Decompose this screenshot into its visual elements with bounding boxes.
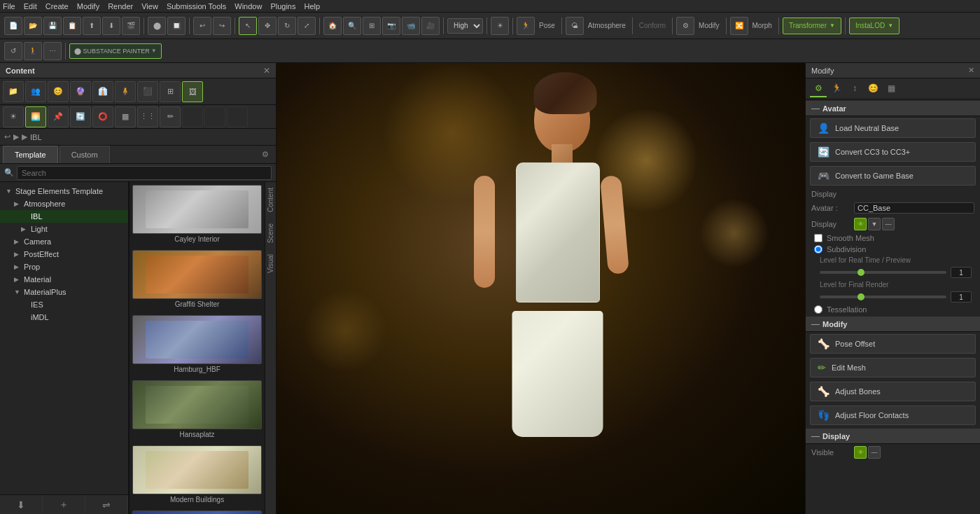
- ci2-blank1[interactable]: [182, 106, 203, 127]
- tab-template[interactable]: Template: [3, 146, 58, 163]
- grid-item-graffiti[interactable]: Graffiti Shelter: [130, 247, 265, 312]
- grid-item-modern[interactable]: Modern Buildings: [130, 443, 265, 508]
- rtab-face[interactable]: 😊: [864, 81, 881, 97]
- adjust-floor-btn[interactable]: 👣 Adjust Floor Contacts: [810, 405, 976, 425]
- open-btn[interactable]: 📂: [24, 17, 42, 35]
- ci2-edit[interactable]: ✏: [160, 106, 181, 127]
- search-input[interactable]: [17, 166, 272, 180]
- menu-modify[interactable]: Modify: [77, 2, 99, 11]
- new-btn[interactable]: 📄: [4, 17, 22, 35]
- rtab-modify[interactable]: ⚙: [810, 81, 827, 97]
- scale-btn[interactable]: ⤢: [298, 17, 316, 35]
- rtab-grid[interactable]: ▦: [883, 81, 899, 97]
- convert-cc3-btn[interactable]: 🔄 Convert CC3 to CC3+: [810, 142, 976, 162]
- realtime-val[interactable]: [951, 267, 972, 278]
- display-down-btn[interactable]: ▼: [868, 218, 881, 230]
- realtime-track[interactable]: [820, 271, 946, 274]
- ci2-blank2[interactable]: [204, 106, 225, 127]
- tree-item-camera[interactable]: ▶ Camera: [0, 235, 128, 248]
- finalrender-val[interactable]: [951, 291, 972, 303]
- menu-help[interactable]: Help: [304, 2, 320, 11]
- smooth-mesh-check[interactable]: [814, 234, 822, 242]
- ci-expand[interactable]: ⊞: [160, 81, 181, 102]
- content-close-btn[interactable]: ✕: [263, 66, 270, 76]
- edit-mesh-btn[interactable]: ✏ Edit Mesh: [810, 358, 976, 377]
- display-off-btn[interactable]: —: [882, 218, 895, 230]
- save-btn[interactable]: 💾: [43, 17, 62, 35]
- select-btn[interactable]: ↖: [239, 17, 257, 35]
- undo-btn[interactable]: ↩: [193, 17, 211, 35]
- visible-off-btn[interactable]: —: [868, 446, 881, 459]
- tree-item-light[interactable]: ▶ Light: [0, 223, 128, 235]
- display-section-header[interactable]: — Display: [806, 429, 980, 444]
- tb2-person[interactable]: 🚶: [24, 42, 42, 60]
- realtime-thumb[interactable]: [858, 269, 864, 276]
- adjust-bones-btn[interactable]: 🦴 Adjust Bones: [810, 382, 976, 401]
- ci2-grid[interactable]: ▦: [115, 106, 136, 127]
- rtab-run[interactable]: 🏃: [828, 81, 845, 97]
- avatar-section-header[interactable]: — Avatar: [806, 101, 980, 116]
- tb2-rotate[interactable]: ↺: [4, 42, 22, 60]
- ci-people[interactable]: 👥: [25, 81, 46, 102]
- load-neutral-base-btn[interactable]: 👤 Load Neutral Base: [810, 118, 976, 138]
- grid-item-cayley[interactable]: Cayley Interior: [130, 182, 265, 247]
- lb-arrow-btn[interactable]: ⇌: [85, 495, 128, 515]
- menu-edit[interactable]: Edit: [24, 2, 37, 11]
- tree-item-prop[interactable]: ▶ Prop: [0, 261, 128, 273]
- tree-item-ibl[interactable]: IBL: [0, 210, 128, 223]
- modify-icon[interactable]: ⚙: [676, 17, 694, 35]
- substance-painter-btn[interactable]: ⬤ SUBSTANCE PAINTER ▼: [69, 43, 162, 59]
- tab-custom[interactable]: Custom: [59, 146, 110, 163]
- atm-toggle[interactable]: 🌤: [566, 17, 584, 35]
- ci-folder[interactable]: 📁: [3, 81, 24, 102]
- mesh-btn[interactable]: 🔲: [167, 17, 186, 35]
- tree-item-material[interactable]: ▶ Material: [0, 273, 128, 286]
- tree-item-imdl[interactable]: iMDL: [0, 311, 128, 324]
- ci-image[interactable]: 🖼: [182, 81, 203, 102]
- cam2-btn[interactable]: 📹: [402, 17, 420, 35]
- right-panel-close[interactable]: ✕: [968, 66, 974, 75]
- modify-section-header[interactable]: — Modify: [806, 317, 980, 332]
- move-btn[interactable]: ✥: [258, 17, 276, 35]
- ci-sphere[interactable]: 🔮: [70, 81, 91, 102]
- ci2-blank3[interactable]: [227, 106, 248, 127]
- lb-add-btn[interactable]: ＋: [43, 495, 85, 515]
- tb2-dots[interactable]: ⋯: [43, 42, 62, 60]
- home-btn[interactable]: 🏠: [323, 17, 342, 35]
- export-btn[interactable]: ⬇: [102, 17, 120, 35]
- light-btn[interactable]: ☀: [491, 17, 509, 35]
- menu-render[interactable]: Render: [108, 2, 133, 11]
- menu-file[interactable]: File: [3, 2, 15, 11]
- circle-btn[interactable]: ⬤: [148, 17, 166, 35]
- ci2-pattern[interactable]: ⋮⋮: [137, 106, 158, 127]
- convert-game-base-btn[interactable]: 🎮 Convert to Game Base: [810, 166, 976, 186]
- rotate-btn[interactable]: ↻: [278, 17, 296, 35]
- cam1-btn[interactable]: 📷: [382, 17, 400, 35]
- display-eye-btn[interactable]: 👁: [854, 218, 867, 230]
- menu-view[interactable]: View: [141, 2, 158, 11]
- ci2-rotate[interactable]: 🔄: [70, 106, 91, 127]
- import-btn[interactable]: ⬆: [83, 17, 101, 35]
- grid-item-hamburg[interactable]: Hamburg_HBF: [130, 312, 265, 377]
- tree-item-posteffect[interactable]: ▶ PostEffect: [0, 248, 128, 261]
- rtab-arrow[interactable]: ↕: [846, 81, 863, 97]
- ci-items[interactable]: 👔: [92, 81, 113, 102]
- tessellation-radio[interactable]: [814, 305, 822, 314]
- morph-icon[interactable]: 🔀: [730, 17, 748, 35]
- ci2-pin[interactable]: 📌: [48, 106, 69, 127]
- ci-body[interactable]: 🧍: [115, 81, 136, 102]
- transformer-btn[interactable]: Transformer ▼: [783, 18, 841, 34]
- menu-submission[interactable]: Submission Tools: [167, 2, 226, 11]
- subdivision-radio[interactable]: [814, 245, 822, 253]
- finalrender-thumb[interactable]: [858, 293, 864, 300]
- menu-create[interactable]: Create: [46, 2, 69, 11]
- ci2-sun[interactable]: ☀: [3, 106, 24, 127]
- tree-item-stage[interactable]: ▼ Stage Elements Template: [0, 185, 128, 197]
- finalrender-track[interactable]: [820, 296, 946, 298]
- redo-btn[interactable]: ↪: [213, 17, 231, 35]
- menu-window[interactable]: Window: [234, 2, 262, 11]
- ci-box[interactable]: ⬛: [137, 81, 158, 102]
- avatar-input[interactable]: [854, 202, 974, 214]
- menu-plugins[interactable]: Plugins: [270, 2, 295, 11]
- tree-item-atmosphere[interactable]: ▶ Atmosphere: [0, 197, 128, 210]
